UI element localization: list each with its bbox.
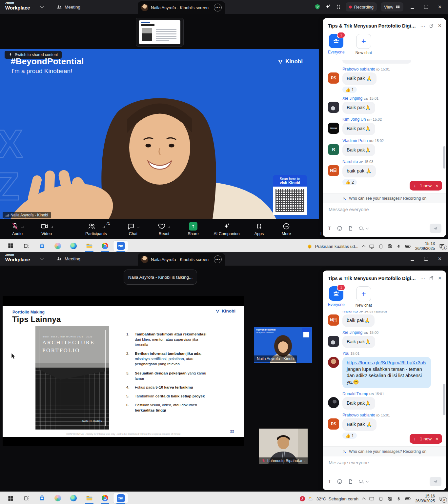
apps-quick-icon[interactable] bbox=[335, 4, 342, 10]
ai-companion-button[interactable]: AI Companion bbox=[207, 219, 246, 239]
emoji-icon[interactable] bbox=[337, 479, 342, 484]
audio-options-chevron[interactable] bbox=[21, 226, 23, 228]
chat-options-chevron[interactable] bbox=[137, 226, 139, 228]
react-button[interactable]: React bbox=[149, 219, 179, 239]
video-options-chevron[interactable] bbox=[51, 226, 52, 228]
new-chat-tab[interactable]: + New chat bbox=[356, 34, 372, 55]
privacy-note[interactable]: Who can see your messages? Recording on bbox=[323, 193, 446, 203]
mic-tray-icon[interactable] bbox=[397, 244, 401, 249]
shared-content-thumbnail[interactable] bbox=[136, 18, 183, 46]
tab-meeting[interactable]: Meeting bbox=[56, 252, 80, 266]
chat-more-icon[interactable]: ··· bbox=[420, 275, 425, 281]
new-messages-banner[interactable]: ↓ 1 new × bbox=[410, 181, 442, 191]
reaction-chip[interactable]: 👍 1 bbox=[342, 433, 357, 439]
participants-button[interactable]: 71 Participants bbox=[75, 219, 117, 239]
weather-widget[interactable]: 3 32°C Sebagian cerah bbox=[300, 496, 358, 502]
attach-options-chevron[interactable] bbox=[366, 226, 369, 229]
zoom-taskbar-icon[interactable]: zm bbox=[113, 493, 128, 503]
tab-options-icon[interactable]: ••• bbox=[214, 4, 222, 11]
restore-button[interactable] bbox=[421, 4, 431, 10]
ai-companion-icon[interactable] bbox=[325, 4, 331, 10]
minimize-button[interactable] bbox=[407, 4, 417, 10]
no-internet-icon[interactable] bbox=[387, 496, 393, 501]
chat-close-icon[interactable]: × bbox=[438, 22, 441, 29]
scrollbar-thumb[interactable] bbox=[443, 384, 445, 415]
close-button[interactable]: × bbox=[435, 4, 445, 10]
privacy-note[interactable]: Who can see your messages? Recording on bbox=[323, 446, 446, 456]
tab-meeting[interactable]: Meeting bbox=[56, 0, 80, 14]
chrome-icon[interactable] bbox=[98, 241, 112, 251]
rotation-lock-icon[interactable] bbox=[378, 496, 383, 501]
dismiss-icon[interactable]: × bbox=[436, 436, 438, 441]
chrome-icon[interactable] bbox=[98, 493, 112, 503]
react-options-chevron[interactable] bbox=[168, 226, 170, 228]
security-shield-icon[interactable] bbox=[314, 4, 321, 10]
no-internet-icon[interactable] bbox=[387, 244, 393, 249]
battery-icon[interactable] bbox=[405, 496, 411, 501]
screenshot-icon[interactable] bbox=[359, 479, 364, 484]
copilot-icon[interactable] bbox=[51, 241, 65, 251]
video-button[interactable]: Video bbox=[31, 219, 62, 239]
tray-expand-chevron[interactable] bbox=[362, 497, 365, 501]
chat-close-icon[interactable]: × bbox=[438, 275, 441, 282]
message-input[interactable] bbox=[328, 207, 442, 212]
microsoft-store-icon[interactable] bbox=[35, 241, 49, 251]
pop-out-icon[interactable] bbox=[429, 23, 434, 28]
display-icon[interactable] bbox=[369, 244, 375, 249]
audio-button[interactable]: Audio bbox=[3, 219, 31, 239]
file-explorer-icon[interactable] bbox=[82, 241, 96, 251]
task-view-button[interactable] bbox=[19, 493, 33, 503]
clock-widget[interactable]: 15:16 26/09/2025 bbox=[415, 494, 435, 504]
zoom-taskbar-icon[interactable]: zm bbox=[113, 241, 128, 251]
battery-icon[interactable] bbox=[405, 244, 411, 249]
attach-options-chevron[interactable] bbox=[366, 479, 369, 482]
new-chat-tab[interactable]: + New chat bbox=[356, 286, 372, 308]
dismiss-icon[interactable]: × bbox=[436, 183, 438, 188]
screenshot-icon[interactable] bbox=[359, 226, 364, 231]
restore-button[interactable] bbox=[421, 256, 431, 262]
chevron-down-icon[interactable] bbox=[40, 4, 44, 8]
video-thumbnail-naila[interactable]: #BeyondPotential I'm a proud Kinobean! N… bbox=[254, 327, 312, 363]
task-view-button[interactable] bbox=[19, 241, 33, 251]
close-button[interactable]: × bbox=[435, 255, 445, 262]
recording-indicator[interactable]: Recording bbox=[346, 2, 377, 11]
composer-1[interactable] bbox=[323, 203, 446, 224]
speaker-video[interactable]: X Z OO bbox=[0, 49, 319, 219]
tray-expand-chevron[interactable] bbox=[362, 245, 365, 249]
weather-widget[interactable]: Prakiraan kualitas ud... bbox=[307, 243, 358, 249]
composer-2[interactable] bbox=[323, 456, 446, 477]
scrollbar-thumb[interactable] bbox=[443, 146, 445, 169]
pop-out-icon[interactable] bbox=[429, 276, 434, 281]
everyone-tab[interactable]: 1 Everyone bbox=[328, 34, 345, 54]
microsoft-store-icon[interactable] bbox=[35, 493, 49, 503]
video-thumbnail-lahmudin[interactable]: Lahmudin Sipahutar . bbox=[259, 429, 308, 464]
reaction-chip[interactable]: 👍 1 bbox=[342, 87, 357, 93]
message-input[interactable] bbox=[328, 460, 442, 466]
file-explorer-icon[interactable] bbox=[82, 493, 96, 503]
tab-screen-share[interactable]: Naila Asyrofa - Kinobi's screen ••• bbox=[138, 253, 225, 266]
new-messages-banner[interactable]: ↓ 1 new × bbox=[410, 434, 442, 444]
mic-tray-icon[interactable] bbox=[397, 496, 401, 501]
format-text-icon[interactable]: T bbox=[328, 226, 331, 232]
file-icon[interactable] bbox=[348, 226, 353, 231]
chat-more-icon[interactable]: ··· bbox=[420, 23, 425, 29]
chevron-down-icon[interactable] bbox=[40, 256, 44, 260]
emoji-icon[interactable] bbox=[337, 226, 342, 231]
notification-center[interactable]: 3 bbox=[439, 496, 445, 501]
everyone-tab[interactable]: 1 Everyone bbox=[328, 286, 345, 307]
edge-icon[interactable] bbox=[66, 493, 81, 503]
copilot-icon[interactable] bbox=[51, 493, 65, 503]
start-button[interactable] bbox=[3, 241, 18, 251]
participants-options-chevron[interactable] bbox=[102, 226, 104, 228]
display-icon[interactable] bbox=[369, 496, 375, 501]
send-button[interactable] bbox=[430, 224, 441, 233]
rotation-lock-icon[interactable] bbox=[378, 244, 383, 249]
notification-center[interactable]: 3 bbox=[439, 244, 445, 249]
form-link[interactable]: https://forms.gle/SrRqprvJ9LhpXx3u5 bbox=[347, 360, 426, 365]
edge-icon[interactable] bbox=[66, 241, 81, 251]
start-button[interactable] bbox=[3, 493, 18, 503]
file-icon[interactable] bbox=[348, 479, 353, 484]
send-button[interactable] bbox=[430, 477, 441, 486]
view-button[interactable]: View bbox=[381, 2, 403, 11]
reaction-chip[interactable]: 👍 2 bbox=[342, 179, 357, 185]
